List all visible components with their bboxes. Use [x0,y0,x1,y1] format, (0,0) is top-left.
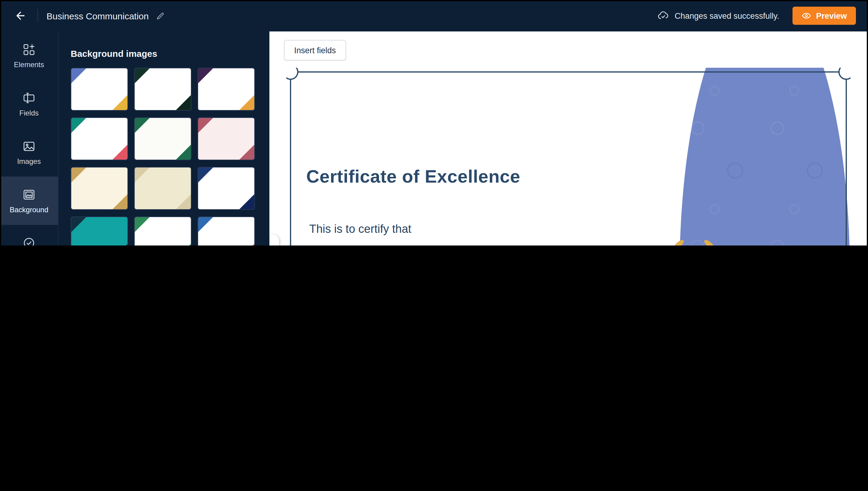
back-button[interactable] [12,7,29,24]
sidebar: Elements Fields Images Background [0,31,58,246]
background-thumbnail-blue-diagonal[interactable] [197,216,255,246]
pencil-icon [156,11,165,20]
sidebar-item-label: Images [17,157,41,165]
certificate-blue-ellipse [680,68,850,246]
sidebar-item-images[interactable]: Images [0,128,58,177]
certificate-title[interactable]: Certificate of Excellence [306,166,520,187]
background-thumbnail-navy-diagonal[interactable] [197,167,255,210]
preview-button-label: Preview [816,11,847,20]
background-thumbnail-purple-gold-ribbon[interactable] [197,68,255,111]
background-icon [22,188,36,201]
background-thumbnail-gold-ornate[interactable] [71,167,128,210]
elements-icon [22,42,36,56]
edit-title-button[interactable] [156,11,165,20]
preview-button[interactable]: Preview [793,7,856,25]
panel-heading: Background images [59,31,270,59]
canvas-area: Insert fields [270,31,868,246]
app-window: Business Communication Changes saved suc… [0,0,868,246]
topbar: Business Communication Changes saved suc… [0,0,868,31]
chevron-left-icon: ‹ [273,244,276,246]
laurel-shield-badge [649,232,739,246]
background-thumbnail-green-gold-frame[interactable] [134,68,191,111]
cloud-saved-icon [657,10,669,22]
save-status-text: Changes saved successfully. [675,11,779,20]
save-status: Changes saved successfully. [657,10,779,22]
attendee-name-field[interactable]: {{attendee.name}} [308,242,520,246]
background-thumbnail-teal-circle[interactable] [71,216,128,246]
background-grid [71,68,270,246]
sidebar-item-background[interactable]: Background [0,177,58,225]
fields-icon [22,91,36,104]
images-icon [22,139,36,153]
sidebar-item-label: Background [10,205,48,214]
background-thumbnail-green-corner-frame[interactable] [134,216,191,246]
sidebar-item-label: Fields [19,109,39,117]
sidebar-item-label: Elements [14,60,44,69]
document-title: Business Communication [46,10,149,21]
back-arrow-icon [14,10,27,22]
background-thumbnail-green-band[interactable] [134,117,191,160]
background-thumbnail-teal-red-ribbon[interactable] [71,117,128,160]
certificate-preview: Certificate of Excellence This is to cer… [286,68,850,246]
sidebar-item-fields[interactable]: Fields [0,80,58,128]
certificate-corner-ornament [838,68,850,80]
sidebar-item-validation[interactable]: Validation [0,225,58,246]
eye-icon [802,11,811,21]
background-thumbnail-parchment[interactable] [134,167,191,210]
background-thumbnail-maroon-ornate[interactable] [197,117,255,160]
certificate-intro-text[interactable]: This is to certify that [309,223,411,236]
insert-fields-label: Insert fields [294,46,336,55]
background-panel: Background images [58,31,270,246]
insert-fields-button[interactable]: Insert fields [284,40,346,60]
validation-icon [22,236,36,246]
certificate-corner-ornament [286,68,299,80]
sidebar-item-elements[interactable]: Elements [0,31,58,80]
topbar-divider [37,9,38,22]
background-thumbnail-blue-badge[interactable] [71,68,128,111]
